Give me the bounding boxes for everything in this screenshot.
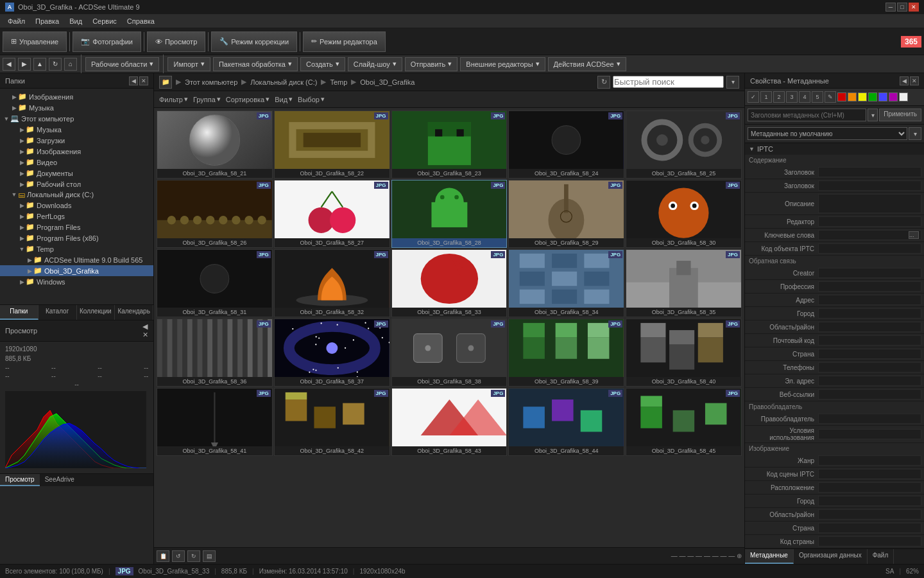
thumb-item-13[interactable]: JPG Oboi_3D_Grafika_58_34 xyxy=(508,249,624,317)
folders-pin-button[interactable]: ◀ xyxy=(129,76,138,85)
batch-button[interactable]: Пакетная обработка ▾ xyxy=(213,57,298,71)
folders-close-button[interactable]: ✕ xyxy=(139,76,148,85)
thumb-item-11[interactable]: JPG Oboi_3D_Grafika_58_32 xyxy=(274,249,390,317)
meta-countrycode-value[interactable] xyxy=(818,536,921,547)
correct-button[interactable]: 🔧 Режим коррекции xyxy=(211,31,297,52)
tree-item-12[interactable]: ▶📁Program Files xyxy=(0,222,153,232)
actions-button[interactable]: Действия ACDSee ▾ xyxy=(548,57,626,71)
thumb-item-3[interactable]: JPG Oboi_3D_Grafika_58_24 xyxy=(508,110,624,179)
import-button[interactable]: Импорт ▾ xyxy=(167,57,210,71)
tree-item-4[interactable]: ▶📁Загрузки xyxy=(0,135,153,146)
meta-keywords-value[interactable]: ... xyxy=(818,230,921,240)
tree-expand-1[interactable]: ▶ xyxy=(10,105,18,111)
bottom-rotate-right-button[interactable]: ↻ xyxy=(187,550,200,562)
thumb-item-12[interactable]: JPG Oboi_3D_Grafika_58_33 xyxy=(391,249,508,317)
meta-phones-value[interactable] xyxy=(818,362,921,372)
meta-preset-dropdown[interactable]: ▾ xyxy=(909,127,921,140)
maximize-button[interactable]: □ xyxy=(897,3,907,12)
filter-button[interactable]: Фильтр ▾ xyxy=(159,95,188,103)
meta-5-button[interactable]: 5 xyxy=(812,91,823,103)
menu-help[interactable]: Справка xyxy=(122,16,160,26)
meta-description-value[interactable] xyxy=(818,194,921,213)
external-button[interactable]: Внешние редакторы ▾ xyxy=(460,57,545,71)
preview-pin-button[interactable]: ◀ xyxy=(142,322,148,331)
meta-preset-select[interactable]: Метаданные по умолчанию xyxy=(748,127,907,140)
meta-iptccode-value[interactable] xyxy=(818,243,921,254)
tree-item-1[interactable]: ▶📁Музыка xyxy=(0,102,153,113)
meta-address-value[interactable] xyxy=(818,295,921,305)
create-button[interactable]: Создать ▾ xyxy=(300,57,345,71)
thumb-item-19[interactable]: JPG Oboi_3D_Grafika_58_40 xyxy=(626,319,742,387)
thumb-item-21[interactable]: JPG Oboi_3D_Grafika_58_42 xyxy=(274,388,390,456)
view-mode-button[interactable]: Вид ▾ xyxy=(275,95,293,103)
search-dropdown-button[interactable]: ▾ xyxy=(726,76,739,89)
tree-expand-4[interactable]: ▶ xyxy=(18,137,26,144)
tree-item-8[interactable]: ▶📁Рабочий стол xyxy=(0,179,153,189)
tree-item-13[interactable]: ▶📁Program Files (x86) xyxy=(0,232,153,243)
meta-color-green[interactable] xyxy=(868,92,877,101)
close-button[interactable]: ✕ xyxy=(909,3,919,12)
meta-1-button[interactable]: 1 xyxy=(760,91,772,103)
path-computer[interactable]: Этот компьютер xyxy=(185,78,237,86)
tree-expand-11[interactable]: ▶ xyxy=(18,213,26,220)
search-input[interactable] xyxy=(613,76,724,88)
meta-city2-value[interactable] xyxy=(818,496,921,506)
tab-folders[interactable]: Папки xyxy=(0,305,38,320)
group-button[interactable]: Группа ▾ xyxy=(193,95,221,103)
meta-color-orange[interactable] xyxy=(848,92,857,101)
menu-service[interactable]: Сервис xyxy=(87,16,122,26)
meta-region2-value[interactable] xyxy=(818,509,921,520)
view-button[interactable]: 👁 Просмотр xyxy=(147,31,205,52)
meta-web-value[interactable] xyxy=(818,389,921,399)
meta-apply-button[interactable]: Применить xyxy=(879,109,921,121)
tree-item-3[interactable]: ▶📁Музыка xyxy=(0,124,153,135)
bottom-rotate-left-button[interactable]: ↺ xyxy=(172,550,185,562)
tree-item-7[interactable]: ▶📁Документы xyxy=(0,168,153,179)
tree-item-10[interactable]: ▶📁Downloads xyxy=(0,200,153,211)
tab-catalog[interactable]: Каталог xyxy=(38,305,77,320)
thumb-item-23[interactable]: JPG Oboi_3D_Grafika_58_44 xyxy=(508,388,624,456)
tree-item-2[interactable]: ▼💻Этот компьютер xyxy=(0,113,153,124)
thumb-item-5[interactable]: JPG Oboi_3D_Grafika_58_26 xyxy=(157,180,273,248)
meta-2-button[interactable]: 2 xyxy=(773,91,785,103)
meta-scenecode-value[interactable] xyxy=(818,469,921,479)
meta-owner-value[interactable] xyxy=(818,414,921,424)
meta-location-value[interactable] xyxy=(818,482,921,493)
tree-item-0[interactable]: ▶📁Изображения xyxy=(0,91,153,102)
tree-item-14[interactable]: ▼📁Temp xyxy=(0,243,153,254)
nav-home[interactable]: ⌂ xyxy=(64,58,77,71)
thumb-item-1[interactable]: JPG Oboi_3D_Grafika_58_22 xyxy=(274,110,390,179)
photos-button[interactable]: 📷 Фотографии xyxy=(73,31,141,52)
tree-expand-14[interactable]: ▼ xyxy=(18,246,26,252)
right-tab-metadata[interactable]: Метаданные xyxy=(745,549,794,564)
right-tab-organize[interactable]: Организация данных xyxy=(794,549,868,564)
meta-input-dropdown[interactable]: ▾ xyxy=(868,109,878,121)
tree-item-16[interactable]: ▶📁Oboi_3D_Grafika xyxy=(0,265,153,276)
path-folder[interactable]: Oboi_3D_Grafika xyxy=(360,78,415,86)
meta-color-blue[interactable] xyxy=(878,92,887,101)
meta-terms-value[interactable] xyxy=(818,429,921,439)
manage-button[interactable]: ⊞ Управление xyxy=(3,31,67,52)
minimize-button[interactable]: ─ xyxy=(886,3,896,12)
meta-country-value[interactable] xyxy=(818,349,921,359)
tree-expand-13[interactable]: ▶ xyxy=(18,235,26,241)
meta-postal-value[interactable] xyxy=(818,335,921,346)
meta-color-red[interactable] xyxy=(837,92,846,101)
meta-region-value[interactable] xyxy=(818,322,921,332)
meta-input-field[interactable] xyxy=(748,109,866,121)
tree-expand-9[interactable]: ▼ xyxy=(10,191,18,198)
meta-headline1-value[interactable] xyxy=(818,167,921,177)
path-refresh-button[interactable]: ↻ xyxy=(597,76,610,89)
select-button[interactable]: Выбор ▾ xyxy=(298,95,325,103)
menu-view[interactable]: Вид xyxy=(64,16,87,26)
nav-back[interactable]: ◀ xyxy=(3,58,15,71)
meta-3-button[interactable]: 3 xyxy=(786,91,798,103)
tree-item-6[interactable]: ▶📁Видео xyxy=(0,157,153,168)
tree-item-9[interactable]: ▼🖴Локальный диск (C:) xyxy=(0,189,153,200)
meta-4-button[interactable]: 4 xyxy=(799,91,810,103)
tree-expand-0[interactable]: ▶ xyxy=(10,94,18,100)
editor-button[interactable]: ✏ Режим редактора xyxy=(303,31,386,52)
thumb-item-15[interactable]: JPG Oboi_3D_Grafika_58_36 xyxy=(157,319,273,387)
thumb-item-4[interactable]: JPG Oboi_3D_Grafika_58_25 xyxy=(626,110,742,179)
meta-color-yellow[interactable] xyxy=(858,92,867,101)
